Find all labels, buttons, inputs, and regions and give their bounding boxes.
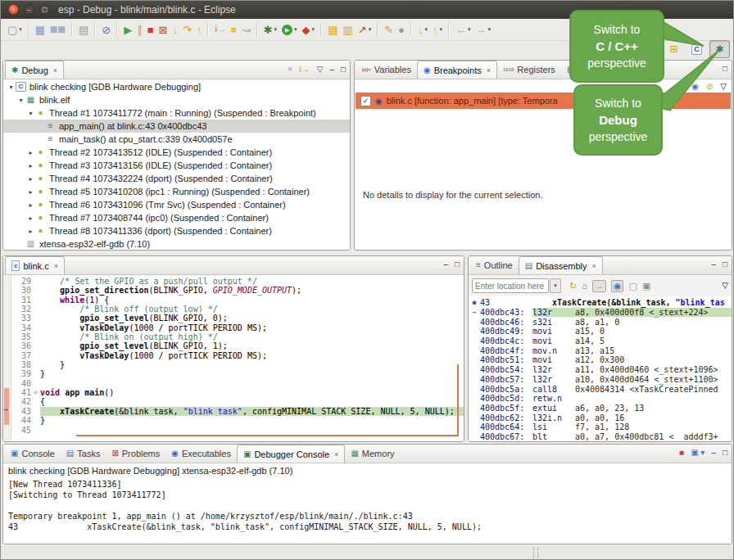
window-maximize-button[interactable]: ▢ xyxy=(39,4,50,15)
tree-expander-icon[interactable]: ▸ xyxy=(26,162,35,169)
window-minimize-button[interactable]: – xyxy=(24,4,34,15)
debug-tree-row[interactable]: ▸●Thread #3 1073413156 (IDLE) (Suspended… xyxy=(3,159,350,172)
tab-variables[interactable]: (x)=Variables xyxy=(356,61,417,79)
refresh-icon[interactable]: ↻ xyxy=(569,282,577,291)
dropdown-arrow-icon[interactable]: ▾ xyxy=(424,26,428,33)
drop-to-frame-icon[interactable]: ≡ xyxy=(229,21,238,38)
open-project-icon[interactable]: ▤ xyxy=(326,21,339,38)
display-selected-console-icon[interactable]: ▣ ▾ xyxy=(691,449,705,457)
statusbar-drag-handle[interactable] xyxy=(533,548,538,558)
debug-tree[interactable]: ▾Cblink checking [GDB Hardware Debugging… xyxy=(3,79,350,250)
minimize-icon[interactable]: – xyxy=(329,65,334,74)
breakpoint-checkbox[interactable]: ✓ xyxy=(360,96,371,106)
new-view-icon[interactable]: ▢ xyxy=(628,282,637,291)
tab-blink-c[interactable]: cblink.c× xyxy=(5,256,65,274)
step-into-icon[interactable]: ↓ xyxy=(170,21,179,38)
step-return-icon[interactable]: ↑ xyxy=(195,21,204,38)
launch-config-icon[interactable]: ↗▾ xyxy=(356,21,373,38)
dropdown-arrow-icon[interactable]: ▾ xyxy=(274,26,278,33)
instruction-stepping-icon[interactable]: i→ xyxy=(213,21,227,38)
debug-tree-row[interactable]: ▾●Thread #1 1073411772 (main : Running) … xyxy=(3,106,350,120)
maximize-icon[interactable]: □ xyxy=(723,449,727,457)
tree-expander-icon[interactable]: ▸ xyxy=(26,175,35,183)
tab-disassembly[interactable]: ▤Disassembly× xyxy=(519,256,603,274)
instruction-stepping-mode-icon[interactable]: i→ xyxy=(299,65,310,74)
tab-console[interactable]: ▣Console xyxy=(5,445,61,463)
external-tools-icon[interactable]: ◆▾ xyxy=(301,21,317,38)
minimize-icon[interactable]: – xyxy=(711,260,716,269)
debug-tree-row[interactable]: ▸●Thread #4 1073432224 (dport) (Suspende… xyxy=(3,172,350,185)
debug-tree-row[interactable]: ▸●Thread #5 1073410208 (ipc1 : Running) … xyxy=(3,185,350,198)
code-editor[interactable]: → 29 /* Set the GPIO as a push/pull outp… xyxy=(3,275,464,441)
prev-annotation-icon[interactable]: ↑▾ xyxy=(431,21,444,38)
minimize-icon[interactable]: – xyxy=(711,449,716,457)
window-close-button[interactable]: × xyxy=(8,4,19,15)
tree-expander-icon[interactable]: ▾ xyxy=(7,84,16,91)
debug-tree-row[interactable]: ▸●Thread #6 1073431096 (Tmr Svc) (Suspen… xyxy=(3,198,350,211)
dropdown-arrow-icon[interactable]: ▾ xyxy=(439,26,442,33)
tab-debugger-console[interactable]: ▣Debugger Console× xyxy=(237,445,345,463)
maximize-icon[interactable]: □ xyxy=(723,260,727,269)
view-menu-icon[interactable]: ▽ xyxy=(722,282,728,290)
minimize-icon[interactable]: – xyxy=(443,260,448,269)
breakpoint-row[interactable]: ✓ ◉ blink.c [function: app_main] [type: … xyxy=(356,93,731,109)
cpp-perspective-button[interactable]: C xyxy=(686,40,707,58)
resume-icon[interactable]: ▶ xyxy=(122,21,134,38)
location-dropdown-icon[interactable]: ▾ xyxy=(550,278,561,293)
tab-debug[interactable]: ✱ Debug × xyxy=(5,61,64,79)
close-icon[interactable]: × xyxy=(487,66,491,75)
terminate-icon[interactable]: ■ xyxy=(146,21,156,38)
tree-expander-icon[interactable]: ▸ xyxy=(26,215,35,222)
tree-expander-icon[interactable]: ▾ xyxy=(16,97,25,104)
tab-tasks[interactable]: ▤Tasks xyxy=(61,445,106,463)
close-icon[interactable]: × xyxy=(54,262,58,270)
close-icon[interactable]: × xyxy=(53,66,57,75)
toggle-mark-icon[interactable]: ● xyxy=(396,21,406,38)
new-wizard-icon[interactable]: ▢▾ xyxy=(6,21,24,38)
disassembly-listing[interactable]: ●43xTaskCreate(&blink_task, "blink_tas→4… xyxy=(469,296,732,441)
view-menu-icon[interactable]: ▽ xyxy=(317,65,324,74)
next-annotation-icon[interactable]: ↓▾ xyxy=(416,21,429,38)
dropdown-arrow-icon[interactable]: ▾ xyxy=(487,26,491,33)
tab-breakpoints[interactable]: ◉Breakpoints× xyxy=(417,61,497,79)
save-all-icon[interactable]: ▦▦ xyxy=(48,21,67,38)
remove-all-terminated-icon[interactable]: × xyxy=(288,65,292,74)
debug-tree-row[interactable]: ≡main_task() at cpu_start.c:339 0x400d05… xyxy=(3,133,350,146)
console-output[interactable]: blink checking [GDB Hardware Debugging] … xyxy=(3,463,732,544)
tree-expander-icon[interactable]: ▸ xyxy=(26,188,35,196)
dropdown-arrow-icon[interactable]: ▾ xyxy=(19,26,22,33)
tree-expander-icon[interactable]: ▸ xyxy=(26,228,35,235)
debug-tree-row[interactable]: ▸●Thread #7 1073408744 (ipc0) (Suspended… xyxy=(3,211,350,224)
debug-perspective-button[interactable]: ✱ xyxy=(709,40,730,58)
open-perspective-button[interactable]: ⊞ xyxy=(664,40,684,58)
location-input[interactable] xyxy=(472,278,549,293)
maximize-icon[interactable]: □ xyxy=(723,65,727,73)
save-icon[interactable]: ▦ xyxy=(34,21,47,38)
sync-enabled-icon[interactable]: ◉ xyxy=(611,280,624,292)
home-icon[interactable]: ⌂ xyxy=(582,282,587,291)
tab-executables[interactable]: ◉Executables xyxy=(165,445,237,463)
step-over-icon[interactable]: ↷ xyxy=(181,21,193,38)
use-step-filters-icon[interactable]: ↝ xyxy=(240,21,252,38)
tree-expander-icon[interactable]: ▸ xyxy=(26,149,35,156)
view-menu-icon[interactable]: ▽ xyxy=(720,83,727,91)
fold-marker-icon[interactable]: ⊖ xyxy=(34,388,40,397)
tree-expander-icon[interactable]: ▸ xyxy=(26,201,35,209)
suspend-icon[interactable]: ∥ xyxy=(135,21,144,38)
close-icon[interactable]: × xyxy=(592,262,596,270)
dropdown-arrow-icon[interactable]: ▾ xyxy=(294,26,297,33)
track-expression-icon[interactable]: → xyxy=(592,280,606,292)
debug-tree-row[interactable]: ▸●Thread #2 1073413512 (IDLE) (Suspended… xyxy=(3,146,350,159)
build-icon[interactable]: ▤ xyxy=(77,21,90,38)
dropdown-arrow-icon[interactable]: ▾ xyxy=(312,26,315,33)
debug-icon[interactable]: ✱▾ xyxy=(262,21,279,38)
tab-registers[interactable]: 1010Registers xyxy=(497,61,561,79)
back-history-icon[interactable]: ←▾ xyxy=(454,21,473,38)
debug-tree-row[interactable]: ▸●Thread #8 1073411336 (dport) (Suspende… xyxy=(3,224,350,237)
tab-memory[interactable]: ▦Memory xyxy=(345,445,400,463)
forward-history-icon[interactable]: →▾ xyxy=(473,21,492,38)
maximize-icon[interactable]: □ xyxy=(455,260,460,269)
run-icon[interactable]: ▶▾ xyxy=(280,21,299,38)
link-with-debug-icon[interactable]: ◉ xyxy=(691,83,699,91)
debug-tree-row[interactable]: ≡app_main() at blink.c:43 0x400dbc43 xyxy=(3,120,350,133)
